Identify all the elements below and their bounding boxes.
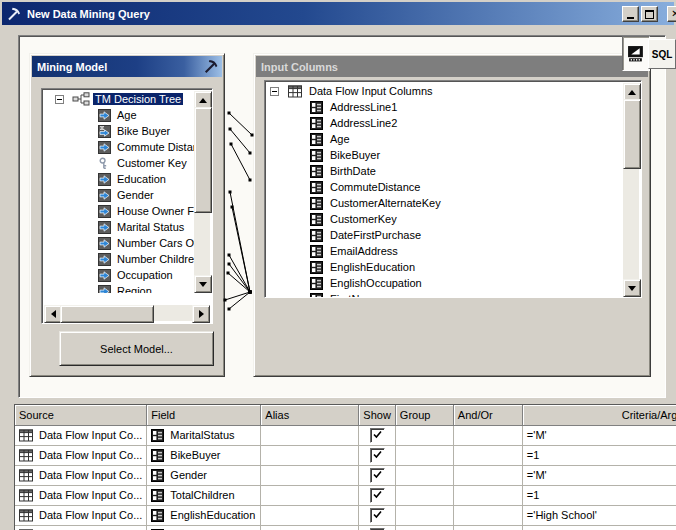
close-button[interactable]: ✕ — [667, 6, 676, 22]
alias-cell[interactable] — [261, 485, 359, 505]
show-cell[interactable] — [359, 425, 396, 445]
input-column-item[interactable]: CustomerAlternateKey — [267, 195, 625, 211]
mining-model-horizontal-scrollbar[interactable] — [44, 305, 210, 321]
group-cell[interactable] — [395, 425, 453, 445]
alias-cell[interactable] — [261, 425, 359, 445]
criteria-cell[interactable]: =1 — [522, 485, 676, 505]
source-cell[interactable] — [15, 525, 147, 530]
input-column-item[interactable]: EnglishEducation — [267, 259, 625, 275]
expand-toggle[interactable] — [270, 87, 279, 96]
show-checkbox[interactable] — [370, 488, 385, 503]
input-columns-panel-header[interactable]: Input Columns — [256, 56, 648, 77]
and-or-cell[interactable] — [453, 485, 522, 505]
and-or-cell[interactable] — [453, 505, 522, 525]
input-columns-vertical-scrollbar[interactable] — [623, 83, 639, 297]
show-cell[interactable] — [359, 505, 396, 525]
source-cell[interactable]: Data Flow Input Co... — [15, 445, 147, 465]
mining-model-tree-item[interactable]: Education — [44, 171, 196, 187]
show-checkbox[interactable] — [370, 448, 385, 463]
field-cell[interactable]: BikeBuyer — [147, 445, 261, 465]
and-or-cell[interactable] — [453, 445, 522, 465]
input-column-item[interactable]: EmailAddress — [267, 243, 625, 259]
mining-model-tree-item[interactable]: Gender — [44, 187, 196, 203]
scroll-right-button[interactable] — [192, 305, 210, 323]
scroll-down-button[interactable] — [623, 279, 641, 297]
criteria-cell[interactable]: ='High School' — [522, 505, 676, 525]
field-cell[interactable]: TotalChildren — [147, 485, 261, 505]
mining-model-tree-item[interactable]: Age — [44, 107, 196, 123]
show-checkbox[interactable] — [370, 508, 385, 523]
input-column-item[interactable]: EnglishOccupation — [267, 275, 625, 291]
and-or-cell[interactable] — [453, 465, 522, 485]
show-checkbox[interactable] — [370, 468, 385, 483]
input-column-item[interactable]: FirstName — [267, 291, 625, 297]
source-cell[interactable]: Data Flow Input Co... — [15, 425, 147, 445]
mining-model-tree-item[interactable]: Number Cars Owned — [44, 235, 196, 251]
scroll-down-button[interactable] — [194, 275, 212, 293]
criteria-cell[interactable]: ='M' — [522, 425, 676, 445]
and-or-cell[interactable] — [453, 525, 522, 530]
design-view-button[interactable] — [622, 36, 650, 71]
sql-view-button[interactable]: SQL — [648, 39, 676, 69]
input-column-item[interactable]: Age — [267, 131, 625, 147]
group-cell[interactable] — [395, 445, 453, 465]
scrollbar-thumb[interactable] — [623, 99, 641, 169]
alias-cell[interactable] — [261, 465, 359, 485]
mining-model-tree-item[interactable]: Commute Distance — [44, 139, 196, 155]
input-column-item[interactable]: AddressLine2 — [267, 115, 625, 131]
select-model-button[interactable]: Select Model... — [59, 331, 214, 366]
maximize-button[interactable] — [641, 6, 658, 22]
mining-model-tree-item[interactable]: Region — [44, 283, 196, 293]
mining-model-tree-item[interactable]: House Owner Flag — [44, 203, 196, 219]
show-cell[interactable] — [359, 465, 396, 485]
field-cell[interactable]: Gender — [147, 465, 261, 485]
alias-cell[interactable] — [261, 445, 359, 465]
field-cell[interactable]: EnglishEducation — [147, 505, 261, 525]
field-cell[interactable]: MaritalStatus — [147, 425, 261, 445]
criteria-cell[interactable] — [522, 525, 676, 530]
alias-cell[interactable] — [261, 525, 359, 530]
alias-cell[interactable] — [261, 505, 359, 525]
grid-column-header-group[interactable]: Group — [395, 405, 453, 425]
title-bar[interactable]: New Data Mining Query ✕ — [2, 2, 674, 25]
grid-column-header-criteria-argument[interactable]: Criteria/Argument — [522, 405, 676, 425]
grid-column-header-source[interactable]: Source — [15, 405, 147, 425]
show-cell[interactable] — [359, 525, 396, 530]
mining-model-tree-item[interactable]: Bike Buyer — [44, 123, 196, 139]
source-cell[interactable]: Data Flow Input Co... — [15, 505, 147, 525]
field-cell[interactable] — [147, 525, 261, 530]
source-cell[interactable]: Data Flow Input Co... — [15, 485, 147, 505]
mining-model-vertical-scrollbar[interactable] — [194, 91, 210, 293]
expand-toggle[interactable] — [55, 95, 64, 104]
group-cell[interactable] — [395, 465, 453, 485]
mining-model-tree-item[interactable]: Marital Status — [44, 219, 196, 235]
group-cell[interactable] — [395, 505, 453, 525]
grid-column-header-alias[interactable]: Alias — [261, 405, 359, 425]
criteria-cell[interactable]: =1 — [522, 445, 676, 465]
input-column-item[interactable]: DateFirstPurchase — [267, 227, 625, 243]
mining-model-root-item[interactable]: TM Decision Tree — [44, 91, 196, 107]
group-cell[interactable] — [395, 485, 453, 505]
scrollbar-thumb[interactable] — [60, 305, 154, 323]
grid-column-header-and-or[interactable]: And/Or — [453, 405, 522, 425]
minimize-button[interactable] — [622, 6, 639, 22]
input-column-item[interactable]: BirthDate — [267, 163, 625, 179]
input-columns-root-item[interactable]: Data Flow Input Columns — [267, 83, 625, 99]
mining-model-tree-item[interactable]: Customer Key — [44, 155, 196, 171]
mining-model-tree-item[interactable]: Occupation — [44, 267, 196, 283]
source-cell[interactable]: Data Flow Input Co... — [15, 465, 147, 485]
input-column-item[interactable]: CustomerKey — [267, 211, 625, 227]
input-column-item[interactable]: BikeBuyer — [267, 147, 625, 163]
mining-model-tree-item[interactable]: Number Children — [44, 251, 196, 267]
group-cell[interactable] — [395, 525, 453, 530]
scrollbar-thumb[interactable] — [194, 107, 212, 213]
show-checkbox[interactable] — [370, 428, 385, 443]
input-column-item[interactable]: CommuteDistance — [267, 179, 625, 195]
grid-column-header-show[interactable]: Show — [359, 405, 396, 425]
input-column-item[interactable]: AddressLine1 — [267, 99, 625, 115]
criteria-cell[interactable]: ='M' — [522, 465, 676, 485]
grid-column-header-field[interactable]: Field — [147, 405, 261, 425]
show-cell[interactable] — [359, 485, 396, 505]
and-or-cell[interactable] — [453, 425, 522, 445]
mining-model-panel-header[interactable]: Mining Model — [32, 56, 222, 77]
